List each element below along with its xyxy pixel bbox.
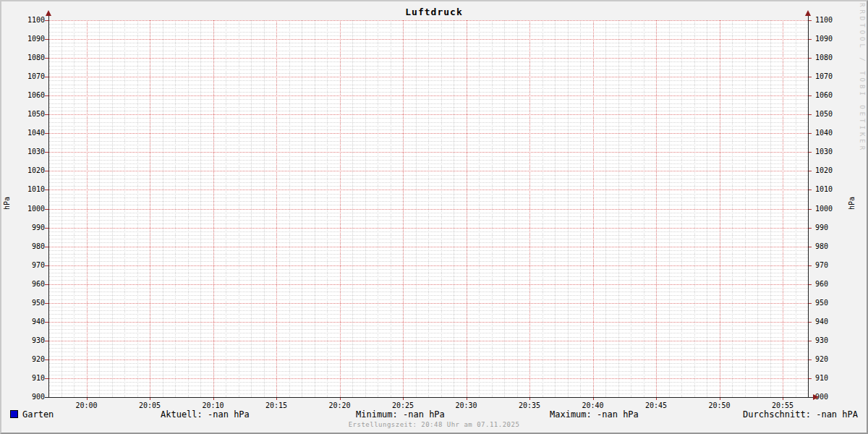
- y-tick-label-right: 1100: [815, 16, 848, 25]
- gridline-major-horizontal: [48, 247, 808, 247]
- y-tick-label-right: 1040: [815, 129, 848, 137]
- gridline-major-horizontal: [48, 228, 808, 229]
- gridline-major-vertical: [656, 20, 657, 397]
- y-tick-label-right: 970: [815, 261, 848, 270]
- gridline-major-vertical: [213, 20, 214, 397]
- gridline-major-horizontal: [48, 341, 808, 341]
- y-tick-label-left: 960: [12, 280, 45, 289]
- y-axis-left: [48, 16, 49, 397]
- y-tick-label-left: 920: [12, 355, 45, 364]
- y-tick-label-right: 1090: [815, 35, 848, 43]
- gridline-major-horizontal: [48, 58, 808, 59]
- gridline-major-vertical: [150, 20, 150, 397]
- stat-maximum: Maximum: -nan hPa: [550, 409, 639, 420]
- y-axis-unit-right: hPa: [848, 197, 856, 210]
- rrdtool-watermark: RRDTOOL / TOBI OETIKER: [859, 3, 866, 153]
- y-tick-label-left: 1060: [12, 91, 45, 100]
- chart-title: Luftdruck: [0, 7, 868, 17]
- y-tick-label-right: 980: [815, 242, 848, 251]
- y-tick-label-right: 990: [815, 224, 848, 232]
- y-tick-label-left: 1080: [12, 54, 45, 62]
- gridline-major-horizontal: [48, 95, 808, 96]
- y-tick-label-left: 1030: [12, 148, 45, 156]
- y-tick-label-left: 950: [12, 299, 45, 307]
- gridline-major-horizontal: [48, 322, 808, 323]
- y-tick-label-left: 1040: [12, 129, 45, 137]
- y-tick-label-left: 910: [12, 374, 45, 383]
- y-tick-label-right: 1020: [815, 166, 848, 175]
- gridline-major-vertical: [87, 20, 88, 397]
- gridline-major-horizontal: [48, 133, 808, 134]
- y-tick-label-left: 1010: [12, 185, 45, 194]
- y-tick-label-right: 1010: [815, 185, 848, 194]
- y-tick-label-right: 960: [815, 280, 848, 289]
- gridline-major-horizontal: [48, 378, 808, 379]
- gridline-major-vertical: [467, 20, 467, 397]
- y-tick-label-right: 950: [815, 299, 848, 307]
- gridline-major-horizontal: [48, 303, 808, 304]
- y-tick-label-left: 1000: [12, 205, 45, 213]
- y-tick-label-left: 900: [12, 393, 45, 401]
- gridline-major-horizontal: [48, 20, 808, 21]
- y-tick-label-right: 1060: [815, 91, 848, 100]
- y-tick-label-left: 970: [12, 261, 45, 270]
- plot-area: 9009009109109209209309309409409509509609…: [48, 20, 808, 397]
- y-axis-arrow-left-icon: [46, 10, 51, 16]
- legend: Garten Aktuell: -nan hPa Minimum: -nan h…: [0, 409, 868, 421]
- y-tick-label-left: 1090: [12, 35, 45, 43]
- y-tick-label-right: 900: [815, 393, 848, 401]
- y-tick-label-right: 910: [815, 374, 848, 383]
- x-axis: [45, 397, 813, 398]
- stat-minimum: Minimum: -nan hPa: [356, 409, 445, 420]
- y-tick-label-left: 940: [12, 318, 45, 326]
- gridline-major-horizontal: [48, 284, 808, 285]
- y-axis-right: [808, 16, 809, 397]
- y-tick-label-right: 1030: [815, 148, 848, 156]
- y-tick-label-right: 1070: [815, 72, 848, 81]
- y-tick-label-right: 1000: [815, 205, 848, 213]
- y-tick-label-left: 1020: [12, 166, 45, 175]
- gridline-major-horizontal: [48, 152, 808, 153]
- rrdtool-graph: Luftdruck hPa hPa 9009009109109209209309…: [0, 0, 868, 434]
- y-tick-label-right: 1080: [815, 54, 848, 62]
- y-tick-label-left: 990: [12, 224, 45, 232]
- y-tick-label-right: 1050: [815, 110, 848, 119]
- gridline-major-vertical: [529, 20, 530, 397]
- gridline-major-horizontal: [48, 114, 808, 115]
- y-tick-label-left: 1070: [12, 72, 45, 81]
- stat-durchschnitt: Durchschnitt: -nan hPA: [743, 409, 858, 420]
- gridline-major-vertical: [276, 20, 277, 397]
- y-tick-label-right: 920: [815, 355, 848, 364]
- gridline-major-vertical: [720, 20, 720, 397]
- gridline-major-horizontal: [48, 359, 808, 360]
- gridline-major-vertical: [783, 20, 783, 397]
- y-axis-unit-left: hPa: [3, 197, 11, 210]
- series-label: Garten: [22, 409, 54, 420]
- y-tick-label-left: 980: [12, 242, 45, 251]
- gridline-major-horizontal: [48, 209, 808, 210]
- gridline-major-vertical: [593, 20, 594, 397]
- gridline-major-vertical: [340, 20, 341, 397]
- series-color-swatch: [10, 410, 18, 418]
- gridline-major-vertical: [403, 20, 404, 397]
- gridline-major-horizontal: [48, 77, 808, 77]
- stat-aktuell: Aktuell: -nan hPa: [161, 409, 250, 420]
- y-tick-label-right: 930: [815, 336, 848, 345]
- gridline-major-horizontal: [48, 39, 808, 40]
- y-tick-label-left: 930: [12, 336, 45, 345]
- gridline-major-horizontal: [48, 190, 808, 190]
- y-tick-label-right: 940: [815, 318, 848, 326]
- gridline-major-horizontal: [48, 171, 808, 171]
- y-tick-label-left: 1050: [12, 110, 45, 119]
- y-tick-label-left: 1100: [12, 16, 45, 25]
- gridline-major-horizontal: [48, 265, 808, 266]
- x-axis-arrow-icon: [813, 394, 819, 400]
- creation-timestamp: Erstellungszeit: 20:48 Uhr am 07.11.2025: [0, 421, 868, 428]
- y-axis-arrow-right-icon: [805, 10, 811, 16]
